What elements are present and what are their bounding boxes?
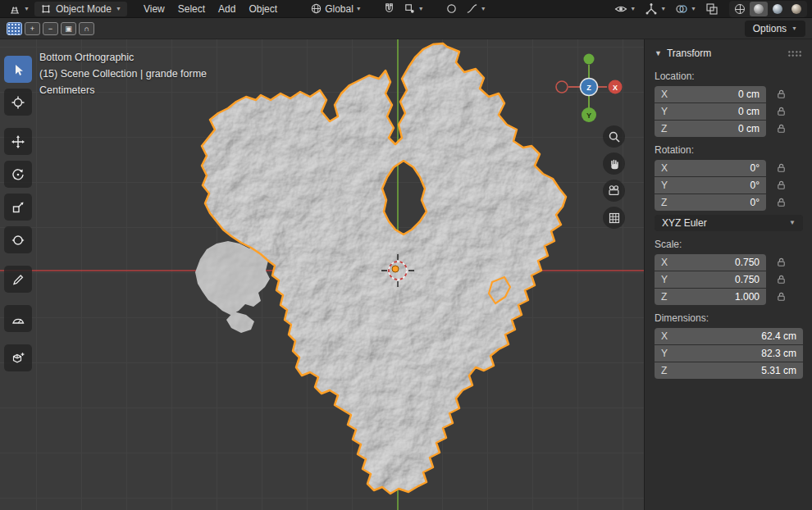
- options-button[interactable]: Options ▼: [745, 20, 805, 37]
- toggle-grid-ortho-button[interactable]: [603, 207, 625, 229]
- lock-open-icon[interactable]: [776, 162, 787, 174]
- lock-open-icon[interactable]: [776, 291, 787, 303]
- scale-z-field[interactable]: Z 1.000: [655, 289, 766, 305]
- rotation-x-row: X 0°: [655, 160, 802, 176]
- snap-target-icon: [404, 2, 416, 15]
- select-mode-extend[interactable]: +: [25, 22, 40, 35]
- axis-value: 0 cm: [738, 106, 760, 117]
- mode-label: Object Mode: [56, 3, 112, 15]
- menu-add[interactable]: Add: [212, 2, 242, 16]
- toolbar: [4, 56, 32, 371]
- rotation-label: Rotation:: [655, 144, 802, 156]
- axis-label: Y: [661, 106, 668, 117]
- lock-open-icon[interactable]: [776, 89, 787, 100]
- scale-x-field[interactable]: X 0.750: [655, 254, 766, 271]
- lock-open-icon[interactable]: [776, 180, 787, 191]
- tool-rotate[interactable]: [4, 161, 32, 188]
- zoom-button[interactable]: [603, 125, 625, 148]
- location-y-row: Y 0 cm: [655, 103, 802, 120]
- tool-transform[interactable]: [4, 226, 32, 253]
- gizmo-axis-x-neg[interactable]: [556, 81, 568, 93]
- rendered-sphere-icon: [791, 4, 801, 14]
- mesh-small-unselected[interactable]: [195, 241, 270, 333]
- gizmo-x-label: X: [613, 84, 618, 92]
- tool-select-box[interactable]: [4, 56, 32, 83]
- scale-icon: [11, 200, 25, 215]
- rotation-x-field[interactable]: X 0°: [655, 160, 766, 176]
- tool-add-cube[interactable]: [4, 344, 32, 371]
- axis-label: Y: [661, 348, 668, 359]
- show-gizmos-dropdown[interactable]: ▼: [641, 2, 669, 16]
- mode-dropdown[interactable]: Object Mode ▼: [34, 2, 127, 16]
- rotation-mode-value: XYZ Euler: [662, 217, 707, 229]
- lock-open-icon[interactable]: [776, 106, 787, 117]
- rotation-mode-dropdown[interactable]: XYZ Euler ▼: [655, 215, 803, 231]
- axis-label: Y: [661, 180, 668, 191]
- location-fields: X 0 cm Y 0 cm Z 0 cm: [655, 86, 802, 137]
- dimensions-z-field[interactable]: Z 5.31 cm: [655, 362, 803, 379]
- proportional-falloff-dropdown[interactable]: ▼: [463, 2, 490, 16]
- tool-scale[interactable]: [4, 194, 32, 221]
- location-y-field[interactable]: Y 0 cm: [655, 103, 766, 120]
- dimensions-x-field[interactable]: X 62.4 cm: [655, 328, 803, 344]
- select-mode-invert[interactable]: ▣: [61, 22, 76, 35]
- tool-cursor[interactable]: [4, 89, 32, 116]
- chevron-down-icon: ▼: [24, 6, 30, 11]
- axis-value: 0 cm: [738, 89, 760, 100]
- gizmo-axis-y-neg[interactable]: [584, 54, 595, 65]
- hand-icon: [608, 157, 621, 171]
- lock-open-icon[interactable]: [776, 197, 787, 208]
- select-mode-set[interactable]: [7, 22, 22, 35]
- navigation-gizmo[interactable]: X Y Z: [554, 51, 623, 125]
- add-cube-icon: [11, 351, 25, 366]
- rotation-z-field[interactable]: Z 0°: [655, 194, 766, 211]
- shading-rendered-button[interactable]: [787, 2, 805, 16]
- transform-panel-header[interactable]: ▼ Transform: [655, 48, 802, 59]
- panel-grip-icon[interactable]: [787, 50, 802, 57]
- select-mode-subtract[interactable]: −: [43, 22, 58, 35]
- orientation-label: Global: [325, 3, 354, 15]
- location-x-field[interactable]: X 0 cm: [655, 86, 766, 102]
- editor-type-button[interactable]: ▼: [5, 2, 33, 16]
- tool-measure[interactable]: [4, 305, 32, 332]
- dimensions-y-field[interactable]: Y 82.3 cm: [655, 345, 803, 362]
- axis-value: 5.31 cm: [761, 365, 796, 376]
- shading-material-button[interactable]: [769, 2, 787, 16]
- location-z-row: Z 0 cm: [655, 121, 802, 137]
- select-mode-intersect[interactable]: ∩: [79, 22, 94, 35]
- orientation-dropdown[interactable]: Global ▼: [307, 2, 365, 16]
- mesh-grande-forme-selected[interactable]: [202, 43, 566, 494]
- show-overlays-dropdown[interactable]: ▼: [672, 2, 700, 16]
- magnet-icon: [383, 2, 395, 15]
- tool-annotate[interactable]: [4, 266, 32, 293]
- scale-y-row: Y 0.750: [655, 271, 802, 288]
- camera-view-button[interactable]: [603, 180, 625, 202]
- visibility-dropdown[interactable]: ▼: [611, 2, 639, 16]
- axis-label: Z: [661, 291, 667, 303]
- object-mode-icon: [40, 3, 52, 15]
- lock-open-icon[interactable]: [776, 274, 787, 285]
- axis-value: 1.000: [735, 291, 760, 303]
- lock-open-icon[interactable]: [776, 257, 787, 268]
- tool-move[interactable]: [4, 128, 32, 155]
- scale-y-field[interactable]: Y 0.750: [655, 271, 766, 288]
- menu-object[interactable]: Object: [242, 2, 284, 16]
- lock-open-icon[interactable]: [776, 123, 787, 134]
- menu-select[interactable]: Select: [171, 2, 212, 16]
- location-x-row: X 0 cm: [655, 86, 802, 102]
- axis-label: Z: [661, 365, 667, 376]
- dimensions-y-row: Y 82.3 cm: [655, 345, 802, 362]
- chevron-down-icon: ▼: [660, 6, 666, 11]
- shading-wireframe-button[interactable]: [731, 2, 749, 16]
- rotation-y-field[interactable]: Y 0°: [655, 177, 766, 194]
- snapping-toggle[interactable]: [380, 2, 399, 16]
- material-sphere-icon: [773, 4, 782, 14]
- snap-target-dropdown[interactable]: ▼: [400, 2, 427, 16]
- toggle-xray-button[interactable]: [702, 2, 722, 16]
- location-z-field[interactable]: Z 0 cm: [655, 121, 766, 137]
- pan-hand-button[interactable]: [603, 153, 625, 175]
- proportional-editing-toggle[interactable]: [442, 2, 461, 16]
- shading-solid-button[interactable]: [750, 2, 768, 16]
- viewport-3d[interactable]: Bottom Orthographic (15) Scene Collectio…: [0, 39, 812, 510]
- menu-view[interactable]: View: [137, 2, 171, 16]
